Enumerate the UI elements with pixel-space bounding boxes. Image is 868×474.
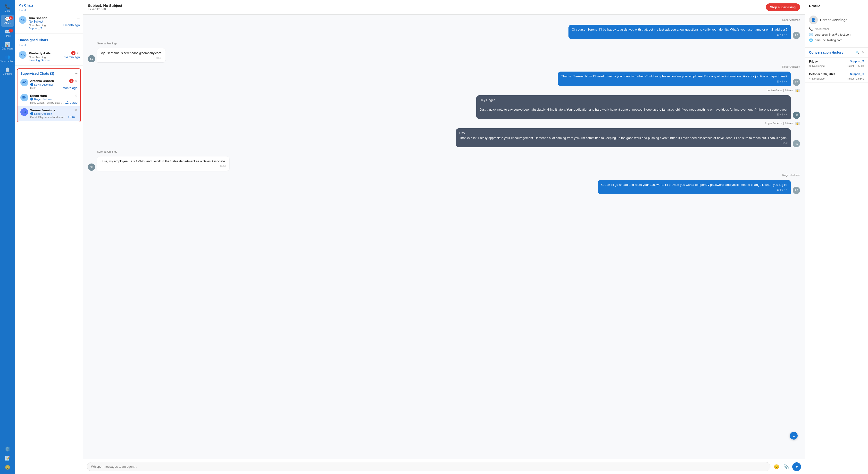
unassigned-action-icon[interactable]: ↻ <box>77 51 80 55</box>
profile-website-field: 🌐 omni_cc_testing.com <box>809 38 864 42</box>
msg-time-1: 10:48 <box>100 56 162 60</box>
agent-icon: 🔵 <box>30 83 33 86</box>
sup-preview-antonia: Hello <box>30 87 36 90</box>
nav-item-conversations[interactable]: 👥 Conversations <box>1 53 14 65</box>
messages-area: Roger Jackson RJ Of course, Serena. I'll… <box>83 14 805 459</box>
nav-item-email[interactable]: ✉️ 2 Email <box>1 28 14 39</box>
nav-label-contacts: Contacts <box>3 72 12 75</box>
msg-time-3: 10:49 ✓✓ <box>479 113 787 116</box>
chat-more-menu[interactable]: ··· <box>77 16 80 20</box>
send-icon: ➤ <box>795 464 798 469</box>
chat-header: Subject: No Subject Ticket ID: 5908 Stop… <box>83 0 805 14</box>
left-navigation: 📞 Calls 💬 1 Chats ✉️ 2 Email 📊 Dashboard… <box>0 0 15 474</box>
sidebar: My Chats 1 total KS Kim Shelton ··· No S… <box>15 0 83 474</box>
msg-text-3: Hey Roger, Just a quick note to say you'… <box>479 98 787 111</box>
unassigned-collapse-btn[interactable]: − <box>77 38 80 42</box>
search-history-icon[interactable]: 🔍 <box>856 51 860 54</box>
msg-row-6: RJ Great! I'll go ahead and reset your p… <box>88 180 800 194</box>
private-badge-4: 🔒 <box>795 122 800 125</box>
msg-sender-2: Roger Jackson <box>88 65 800 68</box>
nav-item-user-avatar[interactable]: 😊 <box>1 463 14 472</box>
profile-phone: No number <box>815 27 829 31</box>
conv-item-ticket-0: Ticket ID:5904 <box>847 65 864 67</box>
whisper-input[interactable] <box>87 462 770 471</box>
profile-name-row: 👤 Serena Jennings <box>809 15 864 24</box>
supervised-item-antonia-osborn[interactable]: AO Antonia Osborn 6 ✕ 🔵 Kevin O'Donnell <box>18 77 80 92</box>
chat-time: 1 month ago <box>62 23 80 27</box>
paperclip-icon: 📎 <box>783 464 789 469</box>
avatar-kimberly-avila: KA <box>19 51 27 59</box>
sup-agent-ethan: 🔵 Roger Jackson <box>30 98 78 101</box>
stop-supervising-button[interactable]: Stop supervising <box>766 3 800 11</box>
profile-email-field: ✉️ serenajennings@g-test.com <box>809 33 864 36</box>
sup-close-serena[interactable]: ✕ <box>74 108 78 112</box>
dashboard-icon: 📊 <box>5 42 10 46</box>
attachment-button[interactable]: 📎 <box>782 463 790 470</box>
avatar-kim-shelton: KS <box>19 16 27 24</box>
email-icon-profile: ✉️ <box>809 33 813 36</box>
profile-more-menu[interactable]: ··· <box>861 3 864 8</box>
nav-item-dashboard[interactable]: 📊 Dashboard <box>1 40 14 52</box>
msg-sender-5: Serena Jennings <box>97 150 800 153</box>
sup-agent-serena: 🔵 Roger Jackson <box>30 112 78 115</box>
msg-bubble-6: Great! I'll go ahead and reset your pass… <box>598 180 791 194</box>
msg-sender-3: Lucian Gates | Private 🔒 <box>88 89 800 92</box>
avatar-serena-jennings: SJ <box>21 108 28 116</box>
refresh-history-icon[interactable]: ↻ <box>862 51 864 54</box>
conv-history-item-1[interactable]: October 18th, 2023 Support_IT ⊘ No Subje… <box>805 70 868 83</box>
avatar-antonia-osborn: AO <box>21 78 28 87</box>
sup-customer-antonia: Antonia Osborn <box>30 79 54 83</box>
sup-preview-ethan: Hello Ethan, I will be glad to assist y.… <box>30 101 65 104</box>
profile-phone-field: 📞 No number <box>809 27 864 31</box>
ticket-id-label: Ticket ID: <box>88 7 100 11</box>
chevron-down-icon: ⌄ <box>792 434 796 438</box>
scroll-down-button[interactable]: ⌄ <box>790 432 798 440</box>
msg-avatar-5: SJ <box>88 164 95 171</box>
supervised-title: Supervised Chats (3) <box>21 72 54 75</box>
unassigned-chats-item-0[interactable]: KA Kimberly Avila ● ↻ Good Morning 14 mi… <box>15 48 83 64</box>
contacts-icon: 📋 <box>5 67 10 72</box>
conversation-history-header: Conversation History 🔍 ↻ <box>805 47 868 58</box>
send-button[interactable]: ➤ <box>792 462 801 471</box>
msg-time-4: 10:50 <box>459 141 787 145</box>
chat-info-kimberly-avila: Kimberly Avila ● ↻ Good Morning 14 min a… <box>29 51 80 62</box>
my-chats-count: 1 total <box>15 9 83 13</box>
conv-item-ticket-1: Ticket ID:5849 <box>847 77 864 80</box>
msg-avatar-0: RJ <box>793 32 800 39</box>
my-chats-item-0[interactable]: KS Kim Shelton ··· No Subject Good Morni… <box>15 13 83 32</box>
supervised-collapse-btn[interactable]: − <box>75 71 78 76</box>
nav-item-settings[interactable]: ⚙️ <box>1 445 14 453</box>
supervised-item-ethan-hunt[interactable]: EH Ethan Hunt ✕ 🔵 Roger Jackson Hello Et… <box>18 92 80 106</box>
profile-avatar: 👤 <box>809 15 818 24</box>
conversations-icon: 👥 <box>5 55 10 59</box>
sup-time-ethan: 12 d ago <box>65 101 78 104</box>
chats-badge: 1 <box>9 16 13 20</box>
conv-history-item-0[interactable]: Friday Support_IT ⊘ No Subject Ticket ID… <box>805 58 868 70</box>
nav-item-reports[interactable]: 📝 <box>1 454 14 462</box>
nav-item-chats[interactable]: 💬 1 Chats <box>1 15 14 27</box>
emoji-button[interactable]: 🙂 <box>773 463 780 470</box>
msg-time-6: 10:50 ✓✓ <box>601 188 787 192</box>
chat-header-left: Subject: No Subject Ticket ID: 5908 <box>88 3 122 11</box>
supervised-item-serena-jennings[interactable]: SJ Serena Jennings ✕ 🔵 Roger Jackson Gre… <box>18 106 80 121</box>
sup-close-ethan[interactable]: ✕ <box>74 94 78 98</box>
sup-info-antonia: Antonia Osborn 6 ✕ 🔵 Kevin O'Donnell Hel… <box>30 78 78 90</box>
msg-avatar-4: RJ <box>793 140 800 147</box>
sup-close-antonia[interactable]: ✕ <box>74 79 78 83</box>
nav-label-conversations: Conversations <box>0 60 15 63</box>
subject-label: Subject: <box>88 3 102 7</box>
globe-icon: 🌐 <box>809 38 813 42</box>
conv-item-date-0: Friday Support_IT <box>809 60 864 63</box>
msg-row-2: RJ Thanks, Serena. Now, I'll need to ver… <box>88 72 800 86</box>
agent-icon-ethan: 🔵 <box>30 98 33 101</box>
msg-bubble-4: Hey, Thanks a lot! I really appreciate y… <box>456 128 791 147</box>
profile-email: serenajennings@g-test.com <box>815 33 851 36</box>
msg-bubble-3: Hey Roger, Just a quick note to say you'… <box>476 95 791 119</box>
msg-avatar-2: RJ <box>793 78 800 86</box>
nav-item-contacts[interactable]: 📋 Contacts <box>1 66 14 77</box>
sup-info-serena: Serena Jennings ✕ 🔵 Roger Jackson Great!… <box>30 108 78 119</box>
nav-label-dashboard: Dashboard <box>2 47 13 50</box>
nav-label-email: Email <box>4 35 10 37</box>
nav-label-calls: Calls <box>5 9 10 12</box>
nav-item-calls[interactable]: 📞 Calls <box>1 2 14 14</box>
